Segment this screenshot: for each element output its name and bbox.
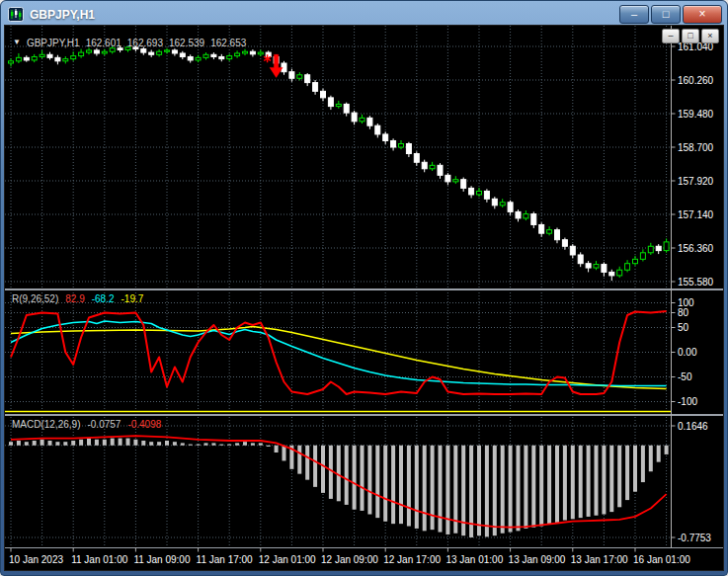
ohlc-header[interactable]: ▼ GBPJPY,H1 162.601 162.693 162.539 162.… — [13, 38, 246, 48]
svg-text:13 Jan 01:00: 13 Jan 01:00 — [445, 554, 503, 565]
close-value: 162.653 — [210, 38, 246, 48]
macd-value-1: -0.0757 — [87, 419, 121, 430]
low-value: 162.539 — [169, 38, 204, 48]
oscillator-value-3: -19.7 — [121, 293, 144, 304]
high-value: 162.693 — [127, 38, 163, 48]
svg-text:50: 50 — [678, 322, 689, 333]
maximize-icon: □ — [663, 7, 670, 22]
svg-text:13 Jan 17:00: 13 Jan 17:00 — [571, 554, 628, 565]
svg-text:160.260: 160.260 — [678, 75, 714, 86]
svg-text:157.920: 157.920 — [678, 176, 714, 187]
oscillator-value-2: -68.2 — [92, 293, 115, 304]
svg-text:12 Jan 17:00: 12 Jan 17:00 — [383, 554, 441, 565]
svg-text:11 Jan 17:00: 11 Jan 17:00 — [197, 554, 254, 565]
mt4-window: GBPJPY,H1 – □ × 161.040160.260159.480158… — [0, 0, 728, 576]
svg-text:-50: -50 — [678, 371, 692, 382]
oscillator-value-1: 82.9 — [65, 293, 84, 304]
svg-text:-100: -100 — [678, 396, 697, 407]
chart-close-button[interactable]: × — [701, 29, 719, 43]
svg-text:16 Jan 01:00: 16 Jan 01:00 — [633, 554, 690, 565]
svg-text:155.580: 155.580 — [678, 277, 714, 288]
macd-label: MACD(12,26,9) -0.0757 -0.4098 — [12, 419, 161, 430]
svg-text:12 Jan 01:00: 12 Jan 01:00 — [259, 554, 316, 565]
minimize-icon: – — [631, 7, 637, 22]
chart-client-area: 161.040160.260159.480158.700157.920157.1… — [4, 25, 724, 571]
chart-minimize-icon: – — [668, 31, 673, 41]
minimize-button[interactable]: – — [619, 5, 649, 24]
open-value: 162.601 — [86, 38, 121, 48]
oscillator-name: R(9,26,52) — [12, 293, 58, 304]
svg-text:11 Jan 09:00: 11 Jan 09:00 — [133, 554, 191, 565]
macd-name: MACD(12,26,9) — [12, 419, 80, 430]
macd-value-2: -0.4098 — [127, 419, 161, 430]
chart-close-icon: × — [707, 31, 712, 41]
chart-window-controls: – □ × — [662, 29, 719, 43]
close-button[interactable]: × — [683, 5, 722, 24]
chevron-down-icon[interactable]: ▼ — [13, 38, 21, 48]
svg-text:80: 80 — [678, 307, 689, 318]
chart-restore-icon: □ — [688, 31, 692, 41]
time-axis: 10 Jan 202311 Jan 01:0011 Jan 09:0011 Ja… — [9, 548, 690, 566]
svg-text:158.700: 158.700 — [678, 142, 714, 153]
svg-text:156.360: 156.360 — [678, 243, 714, 254]
oscillator-label: R(9,26,52) 82.9 -68.2 -19.7 — [12, 293, 143, 304]
svg-text:159.480: 159.480 — [678, 109, 714, 120]
close-icon: × — [698, 7, 705, 22]
price-axis: 161.040160.260159.480158.700157.920157.1… — [672, 41, 714, 543]
chart-restore-button[interactable]: □ — [682, 29, 699, 43]
window-title: GBPJPY,H1 — [30, 8, 95, 22]
svg-text:157.140: 157.140 — [678, 209, 714, 220]
app-icon — [8, 7, 24, 22]
maximize-button[interactable]: □ — [651, 5, 681, 24]
symbol-period-label: GBPJPY,H1 — [27, 38, 80, 48]
svg-text:11 Jan 01:00: 11 Jan 01:00 — [71, 554, 128, 565]
titlebar[interactable]: GBPJPY,H1 – □ × — [1, 1, 727, 26]
svg-text:0.1646: 0.1646 — [678, 421, 708, 432]
window-controls: – □ × — [619, 5, 722, 24]
chart-minimize-button[interactable]: – — [662, 29, 680, 43]
svg-text:10 Jan 2023: 10 Jan 2023 — [9, 554, 63, 565]
svg-text:13 Jan 09:00: 13 Jan 09:00 — [509, 554, 566, 565]
candles-layer — [9, 46, 670, 282]
svg-text:0.00: 0.00 — [678, 347, 697, 358]
svg-text:12 Jan 09:00: 12 Jan 09:00 — [321, 554, 378, 565]
macd-layer — [11, 436, 667, 537]
svg-text:-0.7753: -0.7753 — [678, 533, 711, 543]
